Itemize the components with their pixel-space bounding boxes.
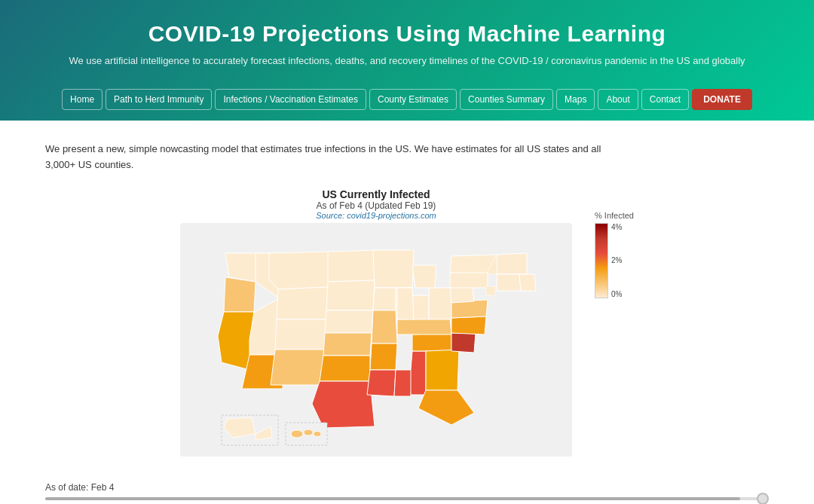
svg-marker-12 (326, 280, 375, 310)
nav-herd-immunity[interactable]: Path to Herd Immunity (106, 89, 212, 110)
svg-point-48 (291, 430, 303, 438)
nav-home[interactable]: Home (62, 89, 103, 110)
svg-marker-43 (486, 286, 495, 295)
nav-contact[interactable]: Contact (641, 89, 689, 110)
svg-marker-27 (412, 295, 429, 319)
legend-labels: 4% 2% 0% (611, 223, 622, 298)
svg-marker-29 (429, 288, 451, 319)
svg-marker-37 (450, 271, 488, 288)
map-title-main: US Currently Infected (316, 188, 436, 200)
svg-marker-24 (411, 351, 426, 395)
nav-bar: Home Path to Herd Immunity Infections / … (15, 81, 799, 121)
header-subtitle: We use artificial intelligence to accura… (15, 54, 799, 68)
svg-marker-10 (271, 350, 325, 385)
nav-maps[interactable]: Maps (556, 89, 595, 110)
svg-marker-25 (412, 333, 451, 351)
svg-marker-33 (451, 333, 476, 353)
svg-marker-26 (397, 318, 451, 334)
svg-point-50 (314, 431, 321, 436)
svg-marker-31 (426, 350, 459, 390)
nav-infections[interactable]: Infections / Vaccination Estimates (215, 89, 366, 110)
svg-marker-22 (367, 370, 396, 396)
legend-label-4pct: 4% (611, 223, 622, 231)
legend-gradient (595, 223, 608, 298)
svg-marker-41 (519, 274, 536, 291)
us-map[interactable] (180, 223, 572, 457)
svg-marker-8 (277, 287, 328, 319)
svg-marker-39 (497, 253, 527, 274)
donate-button[interactable]: DONATE (692, 89, 752, 110)
svg-marker-7 (269, 252, 331, 289)
slider-thumb[interactable] (757, 493, 769, 504)
svg-marker-9 (275, 319, 326, 350)
slider-area: As of date: Feb 4 Mar 11 Apr 10 May 10 J… (0, 472, 814, 504)
svg-marker-20 (372, 310, 397, 344)
svg-marker-40 (497, 274, 521, 291)
svg-marker-21 (370, 344, 397, 370)
slider-track[interactable] (45, 497, 769, 500)
map-container: US Currently Infected As of Feb 4 (Updat… (45, 188, 769, 457)
svg-point-49 (304, 429, 313, 435)
svg-marker-11 (328, 250, 376, 282)
nav-about[interactable]: About (598, 89, 638, 110)
map-legend: % Infected 4% 2% 0% (595, 211, 634, 298)
svg-marker-34 (451, 316, 486, 334)
main-content: We present a new, simple nowcasting mode… (0, 121, 814, 472)
legend-row: 4% 2% 0% (595, 223, 622, 298)
svg-marker-16 (312, 381, 375, 428)
legend-label-0pct: 0% (611, 290, 622, 298)
nav-counties-summary[interactable]: Counties Summary (460, 89, 553, 110)
intro-paragraph: We present a new, simple nowcasting mode… (45, 142, 618, 173)
slider-fill (45, 497, 740, 500)
svg-marker-14 (323, 333, 372, 356)
svg-marker-19 (373, 288, 396, 310)
svg-marker-2 (224, 277, 256, 312)
svg-marker-17 (373, 250, 414, 288)
svg-marker-28 (397, 288, 414, 319)
legend-label-2pct: 2% (611, 256, 622, 264)
map-title-sub: As of Feb 4 (Updated Feb 19) (316, 200, 436, 211)
page-title: COVID-19 Projections Using Machine Learn… (15, 21, 799, 47)
header: COVID-19 Projections Using Machine Learn… (0, 0, 814, 121)
svg-marker-13 (325, 310, 373, 333)
map-section: US Currently Infected As of Feb 4 (Updat… (180, 188, 572, 457)
nav-county-estimates[interactable]: County Estimates (369, 89, 457, 110)
svg-marker-23 (394, 370, 412, 396)
legend-title: % Infected (595, 211, 634, 220)
svg-marker-30 (412, 265, 436, 288)
map-title-source: Source: covid19-projections.com (316, 211, 436, 220)
map-title-block: US Currently Infected As of Feb 4 (Updat… (316, 188, 436, 220)
svg-marker-15 (320, 356, 370, 381)
svg-marker-36 (450, 286, 474, 303)
date-label: As of date: Feb 4 (45, 482, 769, 493)
